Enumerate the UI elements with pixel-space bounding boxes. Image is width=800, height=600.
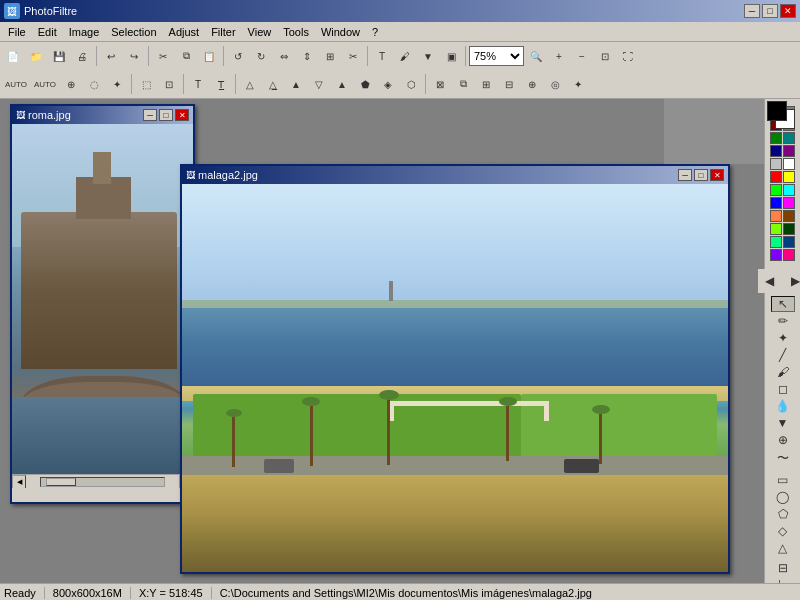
resize-button[interactable]: ⊞ <box>319 45 341 67</box>
gradient-button[interactable]: ▣ <box>440 45 462 67</box>
menu-item-file[interactable]: File <box>2 24 32 40</box>
tb2-24[interactable]: ✦ <box>567 73 589 95</box>
auto2-button[interactable]: AUTO <box>31 73 59 95</box>
copy-button[interactable]: ⧉ <box>175 45 197 67</box>
tb2-11[interactable]: △̲ <box>262 73 284 95</box>
malaga-minimize[interactable]: ─ <box>678 169 692 181</box>
tb2-9[interactable]: T̲ <box>210 73 232 95</box>
dropper-tool[interactable]: 💧 <box>771 398 795 414</box>
palette-color-8[interactable] <box>770 158 782 170</box>
fullscreen-button[interactable]: ⛶ <box>617 45 639 67</box>
fill-tool[interactable]: ▼ <box>771 415 795 431</box>
menu-item-selection[interactable]: Selection <box>105 24 162 40</box>
tb2-14[interactable]: ▲ <box>331 73 353 95</box>
roma-minimize[interactable]: ─ <box>143 109 157 121</box>
maximize-button[interactable]: □ <box>762 4 778 18</box>
roma-scroll-left[interactable]: ◀ <box>12 475 26 489</box>
tb2-15[interactable]: ⬟ <box>354 73 376 95</box>
palette-color-14[interactable] <box>770 197 782 209</box>
magic-wand-tool[interactable]: ✦ <box>771 330 795 346</box>
zoom-select2-button[interactable]: ⊡ <box>594 45 616 67</box>
palette-color-11[interactable] <box>783 171 795 183</box>
roma-maximize[interactable]: □ <box>159 109 173 121</box>
open-button[interactable]: 📁 <box>25 45 47 67</box>
ruler-tool[interactable]: ⊢ <box>771 577 795 583</box>
roma-scrollbar-track[interactable] <box>40 477 165 487</box>
close-button[interactable]: ✕ <box>780 4 796 18</box>
palette-color-5[interactable] <box>783 132 795 144</box>
palette-color-10[interactable] <box>770 171 782 183</box>
tb2-7[interactable]: ⊡ <box>158 73 180 95</box>
tb2-18[interactable]: ⊠ <box>429 73 451 95</box>
malaga-maximize[interactable]: □ <box>694 169 708 181</box>
pen-tool[interactable]: ✏ <box>771 313 795 329</box>
zoom-out-button[interactable]: − <box>571 45 593 67</box>
tb2-13[interactable]: ▽ <box>308 73 330 95</box>
menu-item-edit[interactable]: Edit <box>32 24 63 40</box>
menu-item-adjust[interactable]: Adjust <box>163 24 206 40</box>
tb2-3[interactable]: ⊕ <box>60 73 82 95</box>
zoom-select[interactable]: 25% 50% 75% 100% 150% 200% <box>469 46 524 66</box>
palette-color-20[interactable] <box>770 236 782 248</box>
palette-color-16[interactable] <box>770 210 782 222</box>
menu-item-tools[interactable]: Tools <box>277 24 315 40</box>
palette-color-12[interactable] <box>770 184 782 196</box>
fill-button[interactable]: ▼ <box>417 45 439 67</box>
flip-h-button[interactable]: ⇔ <box>273 45 295 67</box>
menu-item-view[interactable]: View <box>242 24 278 40</box>
paint-button[interactable]: 🖌 <box>394 45 416 67</box>
smudge-tool[interactable]: 〜 <box>771 449 795 468</box>
tb2-5[interactable]: ✦ <box>106 73 128 95</box>
palette-color-18[interactable] <box>770 223 782 235</box>
brush-tool[interactable]: 🖌 <box>771 364 795 380</box>
roma-titlebar[interactable]: 🖼 roma.jpg ─ □ ✕ <box>12 106 193 124</box>
palette-color-21[interactable] <box>783 236 795 248</box>
zoom-in-button[interactable]: + <box>548 45 570 67</box>
lasso-tool[interactable]: ◇ <box>771 523 795 539</box>
tb2-8[interactable]: T <box>187 73 209 95</box>
tb2-17[interactable]: ⬡ <box>400 73 422 95</box>
paste-button[interactable]: 📋 <box>198 45 220 67</box>
tb2-23[interactable]: ◎ <box>544 73 566 95</box>
ellipse-tool[interactable]: ◯ <box>771 489 795 505</box>
minimize-button[interactable]: ─ <box>744 4 760 18</box>
malaga-close[interactable]: ✕ <box>710 169 724 181</box>
tb2-10[interactable]: △ <box>239 73 261 95</box>
tb2-20[interactable]: ⊞ <box>475 73 497 95</box>
roma-scrollbar-thumb[interactable] <box>46 478 76 486</box>
palette-color-15[interactable] <box>783 197 795 209</box>
menu-item-window[interactable]: Window <box>315 24 366 40</box>
line-tool[interactable]: ╱ <box>771 347 795 363</box>
print-button[interactable]: 🖨 <box>71 45 93 67</box>
menu-item-image[interactable]: Image <box>63 24 106 40</box>
palette-color-22[interactable] <box>770 249 782 261</box>
nav-left-button[interactable]: ◀ <box>758 269 782 293</box>
palette-color-4[interactable] <box>770 132 782 144</box>
undo-button[interactable]: ↩ <box>100 45 122 67</box>
rect-select-tool[interactable]: ▭ <box>771 472 795 488</box>
tb2-4[interactable]: ◌ <box>83 73 105 95</box>
tb2-22[interactable]: ⊕ <box>521 73 543 95</box>
menu-item-filter[interactable]: Filter <box>205 24 241 40</box>
palette-color-9[interactable] <box>783 158 795 170</box>
tb2-12[interactable]: ▲ <box>285 73 307 95</box>
tb2-19[interactable]: ⧉ <box>452 73 474 95</box>
crop-button[interactable]: ✂ <box>342 45 364 67</box>
poly-tool[interactable]: ⬠ <box>771 506 795 522</box>
rotate-l-button[interactable]: ↺ <box>227 45 249 67</box>
clone-tool[interactable]: ⊕ <box>771 432 795 448</box>
triangle-tool[interactable]: △ <box>771 540 795 556</box>
nav-right-button[interactable]: ▶ <box>784 269 801 293</box>
flip-v-button[interactable]: ⇕ <box>296 45 318 67</box>
palette-color-23[interactable] <box>783 249 795 261</box>
tb2-21[interactable]: ⊟ <box>498 73 520 95</box>
palette-color-13[interactable] <box>783 184 795 196</box>
palette-color-7[interactable] <box>783 145 795 157</box>
text-button[interactable]: T <box>371 45 393 67</box>
rotate-r-button[interactable]: ↻ <box>250 45 272 67</box>
redo-button[interactable]: ↪ <box>123 45 145 67</box>
save-button[interactable]: 💾 <box>48 45 70 67</box>
roma-scrollbar[interactable]: ◀ ▶ <box>12 474 193 488</box>
cut-button[interactable]: ✂ <box>152 45 174 67</box>
new-button[interactable]: 📄 <box>2 45 24 67</box>
